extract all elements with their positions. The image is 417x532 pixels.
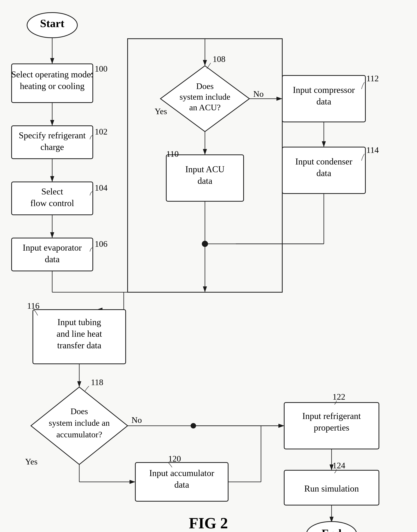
svg-text:Specify refrigerant: Specify refrigerant: [19, 130, 86, 140]
svg-text:124: 124: [333, 461, 345, 470]
svg-text:Select operating mode:: Select operating mode:: [11, 69, 93, 79]
svg-text:No: No: [253, 89, 264, 99]
svg-text:Input ACU: Input ACU: [185, 164, 224, 174]
svg-text:110: 110: [166, 149, 179, 159]
svg-text:Input compressor: Input compressor: [293, 85, 355, 95]
svg-text:100: 100: [95, 64, 107, 74]
svg-text:120: 120: [168, 454, 181, 464]
svg-text:No: No: [131, 415, 142, 425]
svg-text:data: data: [316, 97, 331, 107]
svg-text:Does: Does: [196, 81, 214, 91]
svg-text:properties: properties: [314, 423, 349, 433]
svg-text:122: 122: [333, 392, 345, 402]
svg-text:system include: system include: [180, 92, 230, 102]
svg-text:data: data: [174, 480, 189, 490]
svg-text:system include an: system include an: [49, 418, 110, 428]
svg-text:Does: Does: [71, 407, 88, 416]
svg-text:flow control: flow control: [30, 198, 74, 208]
svg-text:116: 116: [27, 301, 40, 311]
svg-text:Start: Start: [40, 17, 64, 30]
svg-text:transfer data: transfer data: [57, 340, 102, 350]
svg-text:Input refrigerant: Input refrigerant: [302, 411, 361, 421]
flowchart: Start Select operating mode: heating or …: [0, 0, 417, 532]
svg-text:an ACU?: an ACU?: [189, 103, 221, 112]
svg-text:accumulator?: accumulator?: [56, 430, 102, 439]
svg-text:FIG 2: FIG 2: [189, 515, 228, 532]
page: Start Select operating mode: heating or …: [0, 0, 417, 532]
svg-text:heating or cooling: heating or cooling: [20, 81, 85, 91]
svg-text:104: 104: [95, 183, 107, 193]
svg-text:data: data: [316, 168, 331, 178]
svg-text:112: 112: [366, 74, 379, 83]
svg-text:102: 102: [95, 127, 107, 136]
svg-text:118: 118: [91, 378, 103, 387]
svg-text:106: 106: [95, 239, 107, 249]
svg-text:Select: Select: [41, 186, 63, 196]
svg-text:108: 108: [213, 54, 225, 64]
svg-text:charge: charge: [40, 142, 64, 152]
svg-text:114: 114: [366, 145, 379, 155]
svg-text:Run simulation: Run simulation: [304, 484, 359, 493]
svg-text:End: End: [322, 527, 341, 532]
svg-text:Input tubing: Input tubing: [57, 317, 101, 327]
svg-text:Yes: Yes: [155, 107, 167, 116]
svg-text:data: data: [45, 254, 60, 264]
svg-text:Yes: Yes: [25, 457, 38, 467]
svg-text:Input condenser: Input condenser: [295, 157, 352, 166]
svg-text:Input accumulator: Input accumulator: [149, 468, 214, 478]
svg-text:and line heat: and line heat: [56, 329, 102, 339]
svg-text:Input evaporator: Input evaporator: [23, 243, 82, 252]
svg-text:data: data: [198, 176, 212, 186]
